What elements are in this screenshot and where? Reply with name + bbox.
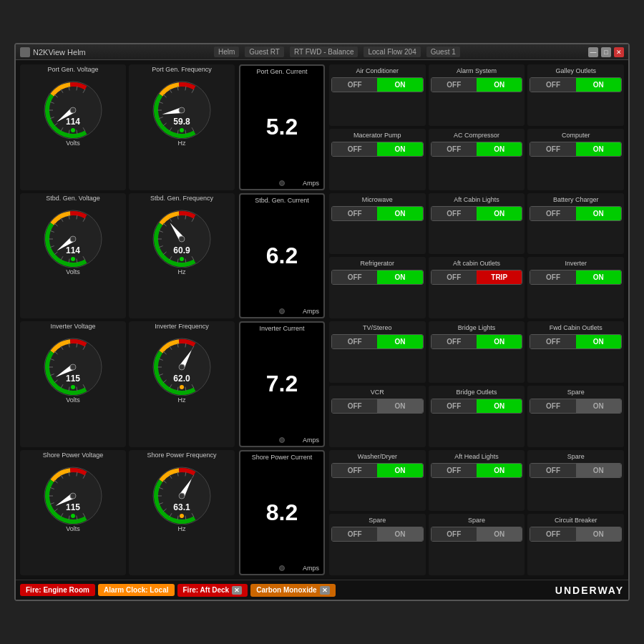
svg-text:115: 115 xyxy=(66,502,80,512)
alarm-close-2[interactable]: ✕ xyxy=(232,586,242,595)
toggle-on-21[interactable]: ON xyxy=(377,527,422,541)
toggle-on-0[interactable]: ON xyxy=(377,78,422,92)
switch-group-10: Aft cabin Outlets OFF TRIP xyxy=(429,257,525,318)
titlebar-tab-3[interactable]: Local Flow 204 xyxy=(364,47,420,57)
toggle-on-3[interactable]: ON xyxy=(377,142,422,156)
toggle-off-16[interactable]: OFF xyxy=(431,399,477,413)
titlebar-tab-0[interactable]: Helm xyxy=(214,47,239,57)
alarm-badge-3[interactable]: Carbon Monoxide✕ xyxy=(250,584,335,597)
toggle-off-5[interactable]: OFF xyxy=(530,142,575,156)
alarm-badge-2[interactable]: Fire: Aft Deck✕ xyxy=(177,584,248,597)
toggle-off-10[interactable]: OFF xyxy=(431,270,477,284)
switch-label-14: Fwd Cabin Outlets xyxy=(550,324,602,331)
titlebar-tab-1[interactable]: Guest RT xyxy=(245,47,284,57)
toggle-on-15[interactable]: ON xyxy=(377,399,422,413)
current-display-0: Port Gen. Current 5.2 Amps xyxy=(239,64,325,190)
status-bar: Fire: Engine RoomAlarm Clock: LocalFire:… xyxy=(16,580,628,600)
switch-group-7: Aft Cabin Lights OFF ON xyxy=(429,193,525,255)
current-label-2: Inverter Current xyxy=(240,325,323,332)
current-value-1: 6.2 xyxy=(266,243,298,269)
titlebar: N2KView Helm HelmGuest RTRT FWD - Balanc… xyxy=(16,44,628,60)
toggle-on-1[interactable]: ON xyxy=(477,78,522,92)
maximize-button[interactable]: □ xyxy=(601,47,611,57)
toggle-off-19[interactable]: OFF xyxy=(431,464,477,477)
toggle-off-8[interactable]: OFF xyxy=(530,207,575,220)
gauge-canvas-1: 59.8 xyxy=(150,74,214,139)
toggle-off-1[interactable]: OFF xyxy=(431,78,477,92)
main-content: Port Gen. Voltage 114 Volts Port Gen. Fr… xyxy=(16,60,628,580)
toggle-on-8[interactable]: ON xyxy=(576,207,621,220)
switch-group-22: Spare OFF ON xyxy=(429,514,525,575)
toggle-off-15[interactable]: OFF xyxy=(332,399,377,413)
toggle-off-0[interactable]: OFF xyxy=(332,78,377,92)
toggle-switch-6: OFF ON xyxy=(331,206,424,221)
toggle-off-18[interactable]: OFF xyxy=(332,464,377,477)
toggle-off-7[interactable]: OFF xyxy=(431,207,477,220)
gauge-unit-7: Hz xyxy=(178,525,186,532)
toggle-on-22[interactable]: ON xyxy=(477,527,522,541)
alarm-close-3[interactable]: ✕ xyxy=(320,586,330,595)
switch-label-9: Refrigerator xyxy=(361,260,395,267)
toggle-on-19[interactable]: ON xyxy=(477,464,522,477)
minimize-button[interactable]: — xyxy=(588,47,598,57)
switch-group-17: Spare OFF ON xyxy=(527,386,624,447)
toggle-off-22[interactable]: OFF xyxy=(431,527,477,541)
close-button[interactable]: ✕ xyxy=(614,47,624,57)
switch-label-17: Spare xyxy=(567,389,585,396)
toggle-off-11[interactable]: OFF xyxy=(530,270,575,284)
toggle-on-17[interactable]: ON xyxy=(576,399,621,413)
app-icon xyxy=(20,47,30,57)
toggle-on-20[interactable]: ON xyxy=(576,464,621,477)
svg-point-69 xyxy=(179,236,185,242)
toggle-on-7[interactable]: ON xyxy=(477,207,522,220)
toggle-switch-21: OFF ON xyxy=(331,527,424,542)
titlebar-tab-4[interactable]: Guest 1 xyxy=(426,47,460,57)
alarm-badge-1[interactable]: Alarm Clock: Local xyxy=(98,584,175,596)
switch-group-3: Macerator Pump OFF ON xyxy=(329,129,426,190)
titlebar-tab-2[interactable]: RT FWD - Balance xyxy=(290,47,358,57)
svg-point-89 xyxy=(71,385,75,389)
alarm-badge-0[interactable]: Fire: Engine Room xyxy=(20,584,95,596)
toggle-off-14[interactable]: OFF xyxy=(530,335,575,348)
toggle-off-2[interactable]: OFF xyxy=(530,78,575,92)
gauge-5: Inverter Frequency 62.0 Hz xyxy=(129,321,235,447)
switch-label-3: Macerator Pump xyxy=(353,132,401,139)
switch-label-7: Aft Cabin Lights xyxy=(454,196,499,203)
toggle-off-9[interactable]: OFF xyxy=(332,270,377,284)
toggle-on-12[interactable]: ON xyxy=(377,335,422,348)
toggle-on-9[interactable]: ON xyxy=(377,270,422,284)
switch-label-19: Aft Head Lights xyxy=(454,453,499,460)
toggle-off-23[interactable]: OFF xyxy=(530,527,575,541)
toggle-off-12[interactable]: OFF xyxy=(332,335,377,348)
switch-label-20: Spare xyxy=(567,453,585,460)
toggle-switch-23: OFF ON xyxy=(530,527,622,542)
toggle-off-20[interactable]: OFF xyxy=(530,464,575,477)
toggle-off-13[interactable]: OFF xyxy=(431,335,477,348)
toggle-on-5[interactable]: ON xyxy=(576,142,621,156)
toggle-on-11[interactable]: ON xyxy=(576,270,621,284)
toggle-on-2[interactable]: ON xyxy=(576,78,621,92)
toggle-on-13[interactable]: ON xyxy=(477,335,522,348)
toggle-on-18[interactable]: ON xyxy=(377,464,422,477)
toggle-on-10[interactable]: TRIP xyxy=(477,270,522,284)
gauge-7: Shore Power Frequency 63.1 Hz xyxy=(129,450,235,576)
switch-label-18: Washer/Dryer xyxy=(358,453,397,460)
toggle-off-4[interactable]: OFF xyxy=(431,142,477,156)
toggle-on-16[interactable]: ON xyxy=(477,399,522,413)
svg-text:115: 115 xyxy=(66,374,80,384)
toggle-on-23[interactable]: ON xyxy=(576,527,621,541)
svg-point-143 xyxy=(180,514,184,518)
switch-label-13: Bridge Lights xyxy=(458,324,496,331)
svg-point-123 xyxy=(70,493,76,499)
switch-group-12: TV/Stereo OFF ON xyxy=(329,321,426,383)
toggle-off-21[interactable]: OFF xyxy=(332,527,377,541)
window-controls: — □ ✕ xyxy=(588,47,624,57)
switch-group-2: Galley Outlets OFF ON xyxy=(527,64,624,126)
gauge-canvas-0: 114 xyxy=(41,74,105,139)
toggle-off-6[interactable]: OFF xyxy=(332,207,377,220)
toggle-off-17[interactable]: OFF xyxy=(530,399,575,413)
toggle-on-4[interactable]: ON xyxy=(477,142,522,156)
toggle-on-14[interactable]: ON xyxy=(576,335,621,348)
toggle-off-3[interactable]: OFF xyxy=(332,142,377,156)
toggle-on-6[interactable]: ON xyxy=(377,207,422,220)
